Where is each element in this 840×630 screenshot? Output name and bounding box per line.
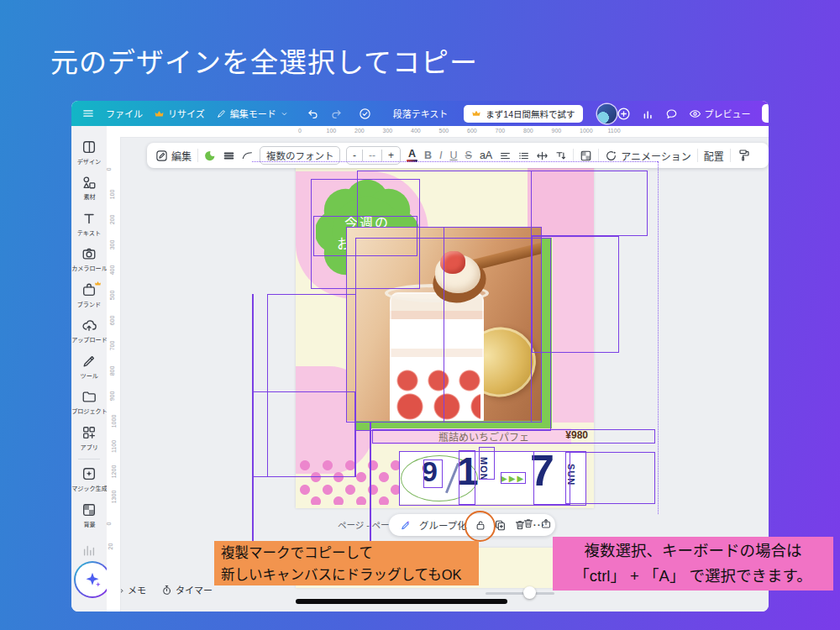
ruler-mark: 700 [109, 341, 115, 351]
saved-status-icon [359, 108, 371, 120]
ruler-mark: 800 [109, 366, 115, 376]
orange-annotation: 複製マークでコピーして 新しいキャンバスにドラッグしてもOK [214, 541, 479, 585]
sidebar-item-label: アップロード [71, 335, 107, 344]
font-size-increase[interactable]: + [382, 150, 400, 161]
magic-edit-icon[interactable] [399, 519, 412, 532]
ruler-mark: 200 [109, 215, 115, 225]
parfait-jar [390, 292, 484, 421]
magic-icon [81, 466, 97, 481]
position-button[interactable]: 配置 [704, 149, 724, 163]
duplicate-icon[interactable] [494, 519, 507, 532]
sidebar-item-アップロード[interactable]: アップロード [71, 313, 107, 349]
ruler-mark: 600 [109, 316, 115, 326]
assistant-button[interactable] [74, 561, 111, 598]
ruler-mark: 900 [552, 128, 562, 134]
ruler-mark: 100 [109, 190, 115, 200]
list-icon[interactable] [517, 150, 530, 162]
menu-icon[interactable] [81, 107, 95, 120]
pink-column-shape[interactable] [553, 238, 594, 423]
sidebar-item-マジック生成[interactable]: マジック生成 [71, 462, 107, 498]
app-topbar: ファイル リサイズ 編集モード 段落テキスト まず14日間無料で試す プレビュー… [71, 101, 769, 126]
insights-icon[interactable] [642, 108, 654, 120]
avatar[interactable] [597, 104, 617, 123]
group-button[interactable]: グループ化 [419, 518, 467, 532]
delete-page-icon[interactable] [522, 517, 534, 529]
animation-icon [605, 150, 617, 162]
sidebar-item-デザイン[interactable]: デザイン [71, 134, 107, 171]
undo-icon[interactable] [307, 108, 319, 120]
pink-dots-pattern[interactable] [298, 459, 399, 505]
design-page-1[interactable]: 今週の おすすめ 瓶詰めいちごパフェ¥980 [296, 166, 594, 508]
apps-icon [81, 425, 97, 440]
bold-button[interactable]: B [423, 150, 433, 161]
parfait-photo[interactable] [346, 227, 542, 421]
vertical-ruler: 0100200300400500600700800900100011001200… [107, 137, 121, 612]
sidebar-item-テキスト[interactable]: テキスト [71, 206, 107, 242]
edit-button[interactable]: 編集 [155, 149, 192, 163]
alignment-icon[interactable] [499, 150, 512, 162]
sidebar-item-素材[interactable]: 素材 [71, 171, 107, 207]
ruler-mark: 500 [439, 128, 449, 134]
strawberry-piece [440, 251, 465, 274]
italic-button[interactable]: I [438, 150, 443, 161]
account-group[interactable] [597, 104, 631, 123]
share-button[interactable]: 共有 [762, 104, 769, 123]
sidebar-item-背景[interactable]: 背景 [71, 497, 107, 533]
redo-icon[interactable] [330, 108, 343, 120]
underline-button[interactable]: U [449, 150, 459, 161]
date-range-box[interactable]: 9 1 MON ▶▶▶ 7 SUN [399, 451, 586, 504]
case-button[interactable]: aA [479, 150, 493, 161]
sidebar-item-ツール[interactable]: ツール [71, 349, 107, 385]
font-size-stepper[interactable]: - -- + [346, 146, 401, 165]
curve-line-icon[interactable] [241, 150, 254, 162]
ruler-mark: 1000 [580, 128, 593, 134]
font-size-value[interactable]: -- [362, 150, 382, 161]
stroke-weight-icon[interactable] [223, 150, 235, 162]
upload-icon [81, 318, 97, 333]
letter-spacing-icon[interactable] [536, 150, 549, 162]
sidebar-item-プロジェクト[interactable]: プロジェクト [71, 385, 107, 421]
text-color-button[interactable]: A [407, 149, 417, 163]
sidebar-item-カメラロール[interactable]: カメラロール [71, 242, 107, 278]
file-menu[interactable]: ファイル [106, 107, 143, 120]
font-select[interactable]: 複数のフォント [260, 146, 340, 165]
orange-highlight-ring [465, 511, 496, 542]
edit-mode-button[interactable]: 編集モード [216, 107, 289, 120]
edit-icon [155, 150, 168, 162]
ruler-mark: 800 [523, 128, 533, 134]
add-member-icon[interactable] [617, 107, 631, 121]
chart-faded-icon [81, 543, 97, 558]
ruler-mark: 0 [106, 168, 112, 171]
date-start-dow: MON [479, 457, 489, 481]
zoom-slider-knob[interactable] [523, 586, 536, 599]
transparency-icon[interactable] [580, 150, 592, 162]
home-indicator-bar [296, 599, 507, 604]
font-size-decrease[interactable]: - [347, 150, 362, 161]
add-page-icon[interactable] [540, 517, 552, 529]
chevron-down-icon [280, 109, 289, 118]
comments-icon[interactable] [665, 108, 678, 120]
sidebar-item-label: 背景 [83, 519, 95, 528]
sidebar-item-label: アプリ [80, 442, 97, 450]
price-text[interactable]: 瓶詰めいちごパフェ¥980 [438, 429, 588, 444]
copy-style-icon[interactable] [737, 149, 750, 162]
timer-icon [161, 585, 172, 596]
resize-button[interactable]: リサイズ [154, 107, 205, 120]
preview-button[interactable]: プレビュー [689, 107, 751, 120]
trial-button[interactable]: まず14日間無料で試す [464, 105, 582, 123]
strikethrough-button[interactable]: S [465, 150, 473, 161]
vertical-text-icon[interactable] [554, 150, 567, 162]
ruler-mark: 300 [383, 128, 393, 134]
design-icon [81, 139, 97, 155]
sidebar-item-ブランド[interactable]: ブランド [71, 277, 107, 313]
ruler-mark: 700 [496, 128, 506, 134]
ruler-mark: 600 [467, 128, 477, 134]
animation-button[interactable]: アニメーション [605, 149, 691, 163]
ruler-mark: 1100 [608, 128, 621, 134]
shape-color-chip[interactable] [204, 150, 217, 162]
window-footer: メモ タイマー [113, 583, 213, 596]
sidebar-item-アプリ[interactable]: アプリ [71, 420, 107, 456]
zoom-slider-track[interactable] [486, 592, 554, 595]
timer-button[interactable]: タイマー [161, 583, 213, 596]
camera-roll-icon [81, 246, 97, 261]
